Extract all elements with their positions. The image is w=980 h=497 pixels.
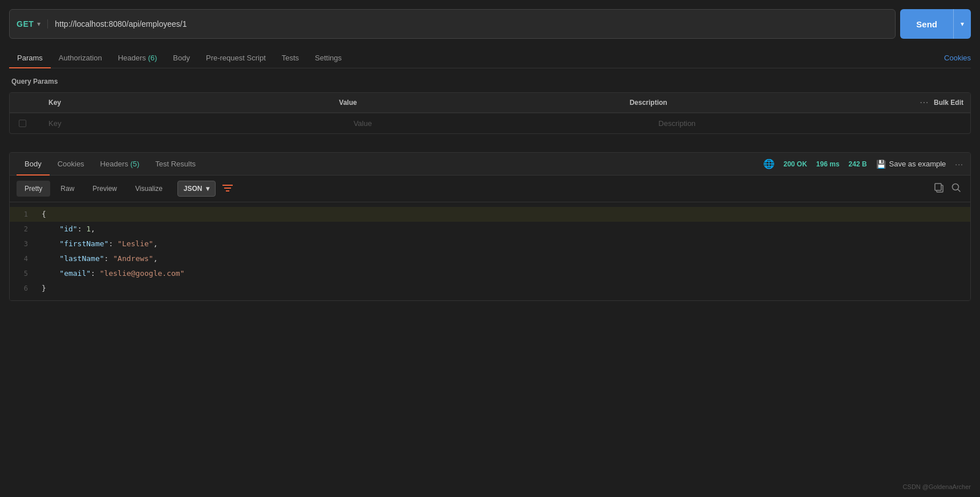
send-dropdown-button[interactable]: ▾ <box>953 9 971 39</box>
params-col-description: Description <box>623 93 913 112</box>
format-tabs-row: Pretty Raw Preview Visualize JSON ▾ <box>10 176 970 202</box>
save-example-button[interactable]: 💾 Save as example <box>876 160 946 169</box>
globe-icon: 🌐 <box>763 158 775 169</box>
floppy-icon: 💾 <box>876 160 886 169</box>
query-params-section: Query Params Key Value Description ··· B… <box>9 78 971 138</box>
request-tabs-row: Params Authorization Headers (6) Body Pr… <box>9 48 971 68</box>
params-table: Key Value Description ··· Bulk Edit Key … <box>9 92 971 134</box>
url-input-container: GET ▾ <box>9 9 896 39</box>
response-tab-body[interactable]: Body <box>17 153 50 175</box>
method-text: GET <box>17 19 34 28</box>
chevron-down-icon: ▾ <box>37 20 41 28</box>
code-line-6: 6 } <box>10 281 970 296</box>
line-number-4: 4 <box>10 251 37 266</box>
code-line-3: 3 "firstName": "Leslie", <box>10 237 970 251</box>
send-button[interactable]: Send <box>900 9 953 39</box>
checkbox[interactable] <box>19 120 26 127</box>
chevron-down-icon-json: ▾ <box>206 185 209 193</box>
code-content-5: "email": "leslie@google.com" <box>37 266 970 281</box>
params-col-checkbox <box>10 93 42 112</box>
code-line-5: 5 "email": "leslie@google.com" <box>10 266 970 281</box>
status-badge: 200 OK <box>784 160 807 168</box>
response-meta: 🌐 200 OK 196 ms 242 B 💾 Save as example … <box>763 158 964 169</box>
globe-icon-container: 🌐 <box>763 158 775 169</box>
url-input[interactable] <box>55 19 888 28</box>
params-row-key[interactable]: Key <box>42 113 347 133</box>
copy-icon[interactable] <box>932 180 946 197</box>
params-bulk-edit[interactable]: ··· Bulk Edit <box>913 93 970 112</box>
filter-icon[interactable] <box>222 184 233 194</box>
code-content-3: "firstName": "Leslie", <box>37 237 970 251</box>
params-col-value: Value <box>332 93 622 112</box>
params-col-key: Key <box>42 93 332 112</box>
response-time: 196 ms <box>816 160 840 168</box>
line-number-2: 2 <box>10 222 37 237</box>
code-line-1: 1 { <box>10 207 970 222</box>
method-selector[interactable]: GET ▾ <box>17 19 48 28</box>
code-content-2: "id": 1, <box>37 222 970 237</box>
tab-authorization[interactable]: Authorization <box>51 48 110 68</box>
code-content-1: { <box>37 207 970 222</box>
response-tabs-row: Body Cookies Headers (5) Test Results 🌐 … <box>10 153 970 176</box>
code-content-4: "lastName": "Andrews", <box>37 251 970 266</box>
response-section: Body Cookies Headers (5) Test Results 🌐 … <box>9 152 971 301</box>
line-number-6: 6 <box>10 281 37 296</box>
format-tab-pretty[interactable]: Pretty <box>17 181 50 197</box>
format-tab-preview[interactable]: Preview <box>84 181 125 197</box>
more-options-icon[interactable]: ··· <box>955 160 963 169</box>
main-container: GET ▾ Send ▾ Params Authorization Header… <box>0 0 980 310</box>
search-icon[interactable] <box>949 180 963 197</box>
send-button-container: Send ▾ <box>900 9 971 39</box>
tab-headers[interactable]: Headers (6) <box>110 48 165 68</box>
svg-line-6 <box>958 190 961 192</box>
params-data-row: Key Value Description <box>10 113 970 133</box>
section-label: Query Params <box>9 78 971 85</box>
line-number-3: 3 <box>10 237 37 251</box>
response-tab-headers[interactable]: Headers (5) <box>92 153 148 175</box>
svg-rect-4 <box>935 184 941 190</box>
params-header-row: Key Value Description ··· Bulk Edit <box>10 93 970 113</box>
tab-pre-request-script[interactable]: Pre-request Script <box>198 48 274 68</box>
format-tab-raw[interactable]: Raw <box>52 181 82 197</box>
tab-body[interactable]: Body <box>165 48 198 68</box>
format-tab-visualize[interactable]: Visualize <box>127 181 171 197</box>
code-line-2: 2 "id": 1, <box>10 222 970 237</box>
params-row-value[interactable]: Value <box>347 113 652 133</box>
code-line-4: 4 "lastName": "Andrews", <box>10 251 970 266</box>
response-size: 242 B <box>849 160 867 168</box>
watermark: CSDN @GoldenaArcher <box>903 483 971 490</box>
response-tab-test-results[interactable]: Test Results <box>147 153 204 175</box>
tab-settings[interactable]: Settings <box>307 48 350 68</box>
line-number-1: 1 <box>10 207 37 222</box>
code-editor: 1 { 2 "id": 1, 3 "firstName": "Leslie", … <box>10 202 970 300</box>
code-content-6: } <box>37 281 970 296</box>
tab-params[interactable]: Params <box>9 48 51 68</box>
json-format-selector[interactable]: JSON ▾ <box>177 181 216 197</box>
response-tab-cookies[interactable]: Cookies <box>50 153 92 175</box>
cookies-link[interactable]: Cookies <box>944 48 971 68</box>
line-number-5: 5 <box>10 266 37 281</box>
svg-point-5 <box>953 184 959 190</box>
params-row-extra <box>957 113 970 133</box>
params-row-checkbox[interactable] <box>10 113 42 133</box>
params-row-description[interactable]: Description <box>651 113 957 133</box>
tab-tests[interactable]: Tests <box>274 48 307 68</box>
url-bar: GET ▾ Send ▾ <box>9 9 971 39</box>
